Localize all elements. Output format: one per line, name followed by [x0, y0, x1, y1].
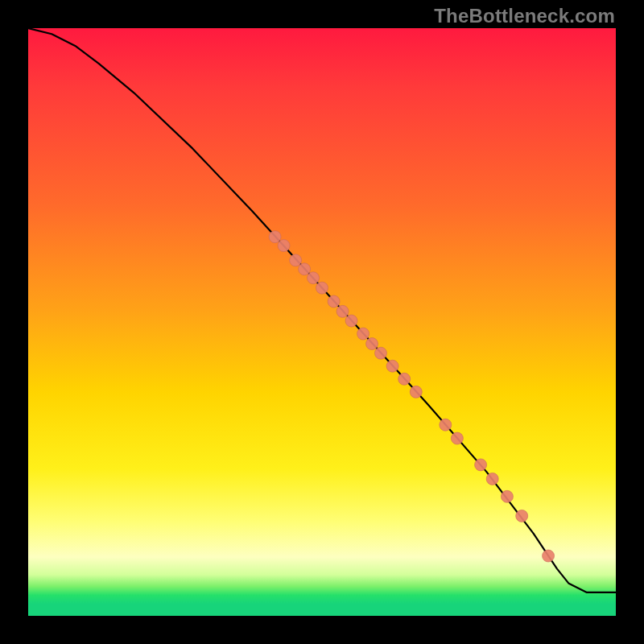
chart-point [410, 386, 422, 398]
chart-point [386, 360, 398, 372]
chart-point [366, 338, 378, 350]
chart-curve [28, 28, 616, 592]
chart-point [501, 490, 513, 502]
chart-svg [28, 28, 616, 616]
chart-point [516, 510, 528, 522]
plot-area [28, 28, 616, 616]
watermark-text: TheBottleneck.com [434, 5, 615, 27]
chart-point [308, 272, 320, 284]
chart-point [278, 240, 290, 252]
chart-point [269, 231, 281, 243]
chart-point [440, 419, 452, 431]
chart-point [345, 315, 357, 327]
chart-point [451, 432, 463, 444]
chart-point [316, 282, 328, 294]
chart-point [299, 263, 311, 275]
chart-point [357, 328, 369, 340]
chart-point [475, 459, 487, 471]
chart-point [290, 254, 302, 266]
chart-point [328, 295, 340, 308]
chart-point [543, 550, 555, 562]
chart-points-group [269, 231, 554, 562]
chart-point [375, 347, 387, 359]
chart-point [398, 373, 411, 385]
chart-stage: TheBottleneck.com [0, 0, 644, 644]
chart-point [486, 473, 498, 485]
chart-point [336, 305, 349, 317]
